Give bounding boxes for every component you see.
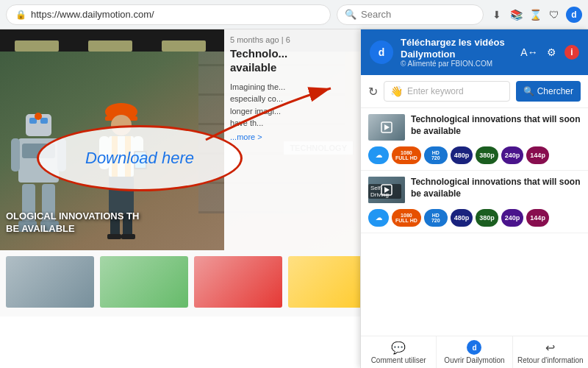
ouvrir-dailymotion-btn[interactable]: d Ouvrir Dailymotion: [437, 336, 512, 368]
info-icon[interactable]: i: [564, 45, 579, 60]
download-text: Download here: [85, 149, 194, 168]
settings-icon[interactable]: ⚙: [542, 43, 560, 61]
extension-icon[interactable]: d: [566, 7, 582, 23]
shield-icon[interactable]: 🛡: [547, 7, 562, 22]
search-icon: 🔍: [345, 9, 356, 20]
address-bar[interactable]: 🔒 https://www.dailymotion.com/: [6, 4, 331, 25]
badge-1080-1[interactable]: 1080FULL HD: [392, 146, 421, 164]
website-area: OLOGICAL INNOVATIONS TH BE AVAILABLE TEC…: [0, 29, 360, 368]
dailymotion-logo: d: [467, 340, 481, 355]
svg-point-11: [35, 113, 42, 120]
search-btn-label: Chercher: [537, 86, 573, 96]
comment-utiliser-btn[interactable]: 💬 Comment utiliser: [361, 336, 437, 368]
retour-info-btn[interactable]: ↩ Retour d'information: [513, 336, 588, 368]
video-thumb-1: [368, 114, 405, 141]
badge-480p-1[interactable]: 480p: [451, 146, 473, 164]
comment-icon: 💬: [391, 341, 406, 355]
extension-panel: d Téléchargez les vidéos Dailymotion © A…: [360, 29, 588, 368]
video-thumb-2: Self-Driving: [368, 177, 405, 203]
badge-144p-2[interactable]: 144p: [526, 209, 549, 227]
quality-badges-2: ☁ 1080FULL HD HD720 480p 380p 240p 144p: [368, 209, 581, 227]
refresh-icon[interactable]: ↻: [368, 85, 378, 99]
translate-icon[interactable]: A↔: [520, 43, 538, 61]
badge-240p-1[interactable]: 240p: [501, 146, 524, 164]
browser-chrome: 🔒 https://www.dailymotion.com/ 🔍 Search …: [0, 0, 588, 29]
ext-bottom-bar: 💬 Comment utiliser d Ouvrir Dailymotion …: [361, 336, 588, 368]
badge-cloud-1[interactable]: ☁: [368, 146, 389, 164]
image-icon-2: [381, 184, 392, 196]
search-button[interactable]: 🔍 Chercher: [516, 81, 581, 102]
svg-rect-2: [40, 118, 48, 124]
ext-title: Téléchargez les vidéos Dailymotion: [401, 37, 513, 60]
badge-144p-1[interactable]: 144p: [526, 146, 549, 164]
article-overlay: 5 months ago | 6 Technolo...available Im…: [224, 29, 360, 250]
main-content: OLOGICAL INNOVATIONS TH BE AVAILABLE TEC…: [0, 29, 588, 368]
video-result-1-top: Technological innovations that will soon…: [368, 114, 581, 141]
history-icon[interactable]: ⌛: [528, 7, 542, 22]
badge-1080-2[interactable]: 1080FULL HD: [392, 209, 421, 227]
hand-icon: 👋: [390, 85, 403, 97]
video-result-2: Self-Driving Technological innovations t…: [361, 171, 588, 233]
bookmark-icon[interactable]: 📚: [509, 7, 523, 22]
video-overlay-text: OLOGICAL INNOVATIONS TH BE AVAILABLE: [6, 210, 139, 236]
feedback-icon: ↩: [545, 341, 555, 355]
badge-240p-2[interactable]: 240p: [501, 209, 524, 227]
search-btn-icon: 🔍: [523, 86, 534, 96]
quality-badges-1: ☁ 1080FULL HD HD720 480p 380p 240p 144p: [368, 146, 581, 164]
badge-380p-1[interactable]: 380p: [476, 146, 498, 164]
search-placeholder-text: Enter keyword: [407, 86, 464, 96]
retour-label: Retour d'information: [517, 356, 584, 364]
search-placeholder: Search: [361, 9, 391, 20]
ext-header-icons: A↔ ⚙ i: [520, 43, 579, 61]
thumb-3: [194, 256, 282, 308]
svg-marker-31: [384, 187, 390, 193]
spacer: [361, 233, 588, 336]
video-result-2-top: Self-Driving Technological innovations t…: [368, 177, 581, 203]
badge-380p-2[interactable]: 380p: [476, 209, 498, 227]
video-result-1: Technological innovations that will soon…: [361, 108, 588, 171]
video-hero: OLOGICAL INNOVATIONS TH BE AVAILABLE TEC…: [0, 29, 360, 250]
ext-subtitle: © Alimenté par FBION.COM: [401, 60, 513, 68]
image-icon-1: [381, 121, 392, 133]
badge-hd720-1[interactable]: HD720: [424, 146, 448, 164]
url-text: https://www.dailymotion.com/: [31, 9, 154, 20]
thumb-2: [100, 256, 188, 308]
ouvrir-label: Ouvrir Dailymotion: [444, 356, 504, 364]
search-bar[interactable]: 🔍 Search: [337, 4, 484, 25]
badge-hd720-2[interactable]: HD720: [424, 209, 448, 227]
video-result-title-2: Technological innovations that will soon…: [411, 177, 581, 199]
article-meta: 5 months ago | 6: [230, 35, 354, 44]
article-title: Technolo...available: [230, 47, 354, 75]
ext-search-input[interactable]: 👋 Enter keyword: [384, 81, 510, 102]
browser-icons: ⬇ 📚 ⌛ 🛡 d: [490, 7, 582, 23]
read-more[interactable]: ...more >: [230, 132, 354, 141]
badge-480p-2[interactable]: 480p: [451, 209, 473, 227]
ext-logo: d: [370, 40, 393, 64]
article-body: Imagining the...especially co...longer i…: [230, 81, 354, 130]
thumb-4: [288, 256, 360, 308]
website-bottom: [0, 250, 360, 316]
thumb-1: [6, 256, 94, 308]
ext-search-row: ↻ 👋 Enter keyword 🔍 Chercher: [361, 75, 588, 108]
svg-marker-29: [384, 124, 390, 130]
badge-cloud-2[interactable]: ☁: [368, 209, 389, 227]
ext-title-area: Téléchargez les vidéos Dailymotion © Ali…: [401, 37, 513, 68]
comment-utiliser-label: Comment utiliser: [371, 356, 426, 364]
ext-header: d Téléchargez les vidéos Dailymotion © A…: [361, 29, 588, 75]
svg-rect-5: [11, 138, 20, 171]
download-browser-icon[interactable]: ⬇: [490, 7, 504, 22]
video-result-title-1: Technological innovations that will soon…: [411, 114, 581, 137]
download-oval: Download here: [37, 125, 243, 191]
